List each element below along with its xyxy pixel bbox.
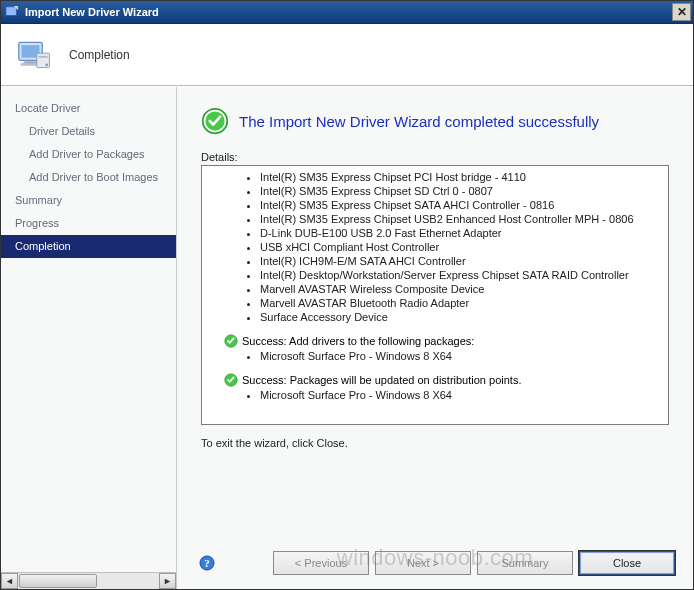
sidebar-item-label: Add Driver to Packages (29, 148, 145, 160)
status-text: Success: Packages will be updated on dis… (242, 374, 521, 386)
list-item: Surface Accessory Device (260, 310, 666, 324)
success-check-icon (224, 373, 238, 387)
list-item: Intel(R) SM35 Express Chipset SD Ctrl 0 … (260, 184, 666, 198)
help-icon[interactable]: ? (199, 555, 215, 571)
previous-button: < Previous (273, 551, 369, 575)
sidebar-item-label: Completion (15, 240, 71, 252)
sidebar-item-label: Summary (15, 194, 62, 206)
summary-button: Summary (477, 551, 573, 575)
wizard-content: The Import New Driver Wizard completed s… (177, 87, 693, 589)
sidebar-item-summary[interactable]: Summary (1, 189, 176, 212)
status-row: Success: Add drivers to the following pa… (224, 334, 666, 348)
status-sub-list: Microsoft Surface Pro - Windows 8 X64 (224, 388, 666, 402)
list-item: Intel(R) SM35 Express Chipset SATA AHCI … (260, 198, 666, 212)
status-row: Success: Packages will be updated on dis… (224, 373, 666, 387)
success-check-icon (201, 107, 229, 135)
wizard-sidebar: Locate Driver Driver Details Add Driver … (1, 87, 177, 589)
status-section-2: Success: Packages will be updated on dis… (204, 373, 666, 402)
svg-point-8 (45, 63, 48, 66)
list-item: Intel(R) ICH9M-E/M SATA AHCI Controller (260, 254, 666, 268)
details-label: Details: (201, 151, 669, 163)
sidebar-item-label: Progress (15, 217, 59, 229)
status-text: Success: Add drivers to the following pa… (242, 335, 474, 347)
success-message: The Import New Driver Wizard completed s… (239, 113, 599, 130)
sidebar-item-label: Locate Driver (15, 102, 80, 114)
list-item: USB xHCI Compliant Host Controller (260, 240, 666, 254)
success-header: The Import New Driver Wizard completed s… (201, 107, 669, 135)
svg-rect-0 (6, 7, 17, 16)
list-item: Microsoft Surface Pro - Windows 8 X64 (260, 349, 666, 363)
window-title: Import New Driver Wizard (25, 6, 159, 18)
details-box[interactable]: Intel(R) SM35 Express Chipset PCI Host b… (201, 165, 669, 425)
scroll-thumb[interactable] (19, 574, 97, 588)
page-title: Completion (69, 48, 130, 62)
list-item: Marvell AVASTAR Bluetooth Radio Adapter (260, 296, 666, 310)
success-check-icon (224, 334, 238, 348)
sidebar-item-driver-details[interactable]: Driver Details (1, 120, 176, 143)
title-bar: Import New Driver Wizard ✕ (1, 1, 693, 24)
sidebar-item-progress[interactable]: Progress (1, 212, 176, 235)
exit-instruction: To exit the wizard, click Close. (201, 437, 669, 449)
scroll-track[interactable] (18, 573, 159, 589)
list-item: D-Link DUB-E100 USB 2.0 Fast Ethernet Ad… (260, 226, 666, 240)
driver-list: Intel(R) SM35 Express Chipset PCI Host b… (204, 170, 666, 324)
main-area: Locate Driver Driver Details Add Driver … (1, 86, 693, 589)
list-item: Marvell AVASTAR Wireless Composite Devic… (260, 282, 666, 296)
wizard-button-row: ? < Previous Next > Summary Close (199, 551, 675, 575)
list-item: Intel(R) Desktop/Workstation/Server Expr… (260, 268, 666, 282)
scroll-right-arrow-icon[interactable]: ► (159, 573, 176, 589)
close-button[interactable]: Close (579, 551, 675, 575)
sidebar-item-completion[interactable]: Completion (1, 235, 176, 258)
monitor-icon (17, 37, 53, 73)
sidebar-item-add-to-boot-images[interactable]: Add Driver to Boot Images (1, 166, 176, 189)
sidebar-item-locate-driver[interactable]: Locate Driver (1, 97, 176, 120)
list-item: Intel(R) SM35 Express Chipset PCI Host b… (260, 170, 666, 184)
sidebar-item-label: Driver Details (29, 125, 95, 137)
scroll-left-arrow-icon[interactable]: ◄ (1, 573, 18, 589)
sidebar-scrollbar[interactable]: ◄ ► (1, 572, 176, 589)
svg-text:?: ? (204, 557, 210, 569)
list-item: Microsoft Surface Pro - Windows 8 X64 (260, 388, 666, 402)
wizard-header: Completion (1, 24, 693, 86)
wizard-title-icon (5, 5, 19, 19)
status-sub-list: Microsoft Surface Pro - Windows 8 X64 (224, 349, 666, 363)
sidebar-item-label: Add Driver to Boot Images (29, 171, 158, 183)
close-icon: ✕ (677, 1, 687, 24)
list-item: Intel(R) SM35 Express Chipset USB2 Enhan… (260, 212, 666, 226)
svg-rect-4 (24, 61, 37, 63)
svg-rect-7 (39, 55, 48, 57)
next-button: Next > (375, 551, 471, 575)
status-section-1: Success: Add drivers to the following pa… (204, 334, 666, 363)
window-close-button[interactable]: ✕ (672, 3, 691, 21)
sidebar-item-add-to-packages[interactable]: Add Driver to Packages (1, 143, 176, 166)
